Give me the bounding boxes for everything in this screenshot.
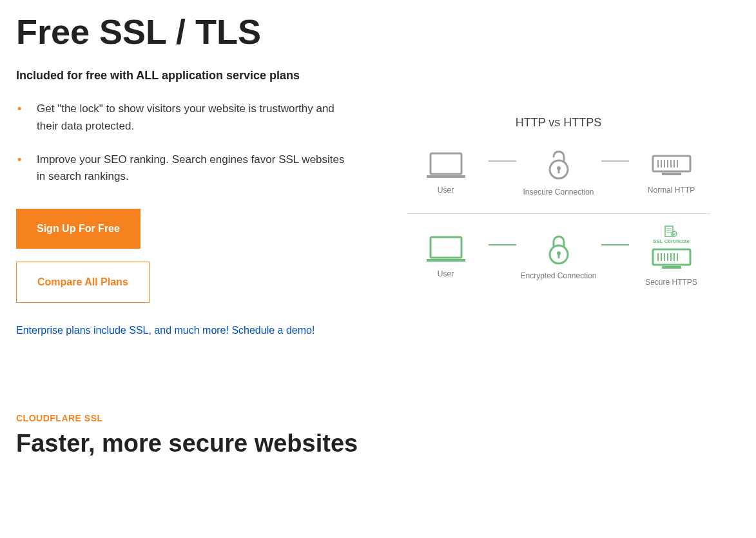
diagram-lock-cell: Encrypted Connection bbox=[520, 233, 597, 280]
svg-rect-15 bbox=[427, 259, 465, 262]
diagram-server-cell: Normal HTTP bbox=[633, 151, 710, 195]
page-title: Free SSL / TLS bbox=[16, 13, 351, 51]
diagram-row-secure: User Encrypted Connection bbox=[407, 219, 710, 298]
diagram-separator bbox=[407, 213, 710, 214]
diagram-label: Normal HTTP bbox=[648, 186, 695, 195]
compare-plans-button[interactable]: Compare All Plans bbox=[16, 262, 150, 303]
server-icon bbox=[649, 248, 694, 271]
hero-left-column: Free SSL / TLS Included for free with AL… bbox=[16, 13, 351, 349]
section-title: Faster, more secure websites bbox=[16, 430, 740, 457]
section-cloudflare-ssl: CLOUDFLARE SSL Faster, more secure websi… bbox=[16, 413, 740, 457]
unlocked-lock-icon bbox=[546, 149, 572, 181]
svg-rect-1 bbox=[427, 175, 465, 178]
svg-rect-13 bbox=[662, 173, 681, 175]
locked-lock-icon bbox=[546, 233, 572, 265]
http-vs-https-diagram: HTTP vs HTTPS User bbox=[407, 116, 710, 298]
ssl-certificate-badge: SSL Certificate bbox=[653, 226, 690, 244]
svg-rect-14 bbox=[431, 237, 461, 258]
server-icon bbox=[649, 151, 694, 179]
certificate-icon bbox=[664, 226, 677, 237]
hero-section: Free SSL / TLS Included for free with AL… bbox=[16, 13, 740, 349]
feature-bullets: Get "the lock" to show visitors your web… bbox=[16, 101, 351, 185]
svg-rect-32 bbox=[662, 266, 681, 269]
connection-line bbox=[601, 244, 629, 245]
diagram-user-cell: User bbox=[407, 151, 485, 195]
hero-right-column: HTTP vs HTTPS User bbox=[377, 13, 740, 298]
diagram-label: User bbox=[438, 186, 454, 195]
hero-subhead: Included for free with ALL application s… bbox=[16, 69, 351, 82]
diagram-label: Insecure Connection bbox=[523, 187, 594, 197]
signup-button[interactable]: Sign Up For Free bbox=[16, 209, 141, 249]
cta-group: Sign Up For Free Compare All Plans bbox=[16, 209, 351, 303]
laptop-icon bbox=[425, 235, 467, 263]
diagram-user-cell: User bbox=[407, 235, 485, 278]
certificate-label: SSL Certificate bbox=[653, 238, 690, 244]
diagram-label: Secure HTTPS bbox=[645, 278, 697, 287]
diagram-lock-cell: Insecure Connection bbox=[520, 149, 597, 197]
connection-line bbox=[601, 160, 629, 162]
laptop-icon bbox=[425, 151, 467, 179]
svg-rect-0 bbox=[431, 153, 461, 174]
bullet-item: Improve your SEO ranking. Search engines… bbox=[16, 151, 351, 186]
diagram-label: Encrypted Connection bbox=[520, 271, 596, 280]
enterprise-demo-text: Enterprise plans include SSL, and much m… bbox=[16, 322, 351, 339]
svg-rect-4 bbox=[557, 169, 559, 173]
enterprise-demo-link[interactable]: Enterprise plans include SSL, and much m… bbox=[16, 325, 315, 336]
connection-line bbox=[489, 160, 516, 162]
diagram-server-cell: SSL Certificate bbox=[633, 226, 710, 287]
diagram-label: User bbox=[438, 269, 454, 278]
diagram-title: HTTP vs HTTPS bbox=[407, 116, 710, 130]
svg-rect-18 bbox=[557, 254, 559, 258]
section-eyebrow: CLOUDFLARE SSL bbox=[16, 413, 740, 423]
connection-line bbox=[489, 244, 516, 245]
bullet-item: Get "the lock" to show visitors your web… bbox=[16, 101, 351, 135]
diagram-row-insecure: User Insecure Connection bbox=[407, 142, 710, 208]
